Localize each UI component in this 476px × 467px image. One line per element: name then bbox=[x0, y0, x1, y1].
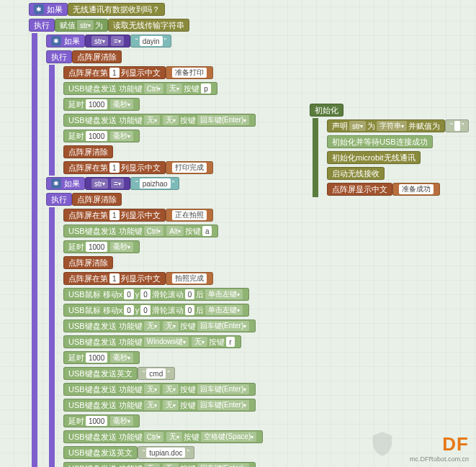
usb-key[interactable]: USB键盘发送 功能键Ctrl无按键空格键(Space) bbox=[63, 430, 263, 443]
init-script[interactable]: 初始化 声明 str 为 字符串 并赋值为 “” 初始化并等待USB连接成功 初… bbox=[310, 102, 469, 197]
exec-label: 执行 bbox=[46, 193, 72, 206]
led-clear[interactable]: 点阵屏清除 bbox=[72, 193, 122, 206]
led-show[interactable]: 点阵屏在第1列显示中文 bbox=[63, 272, 166, 285]
var-str[interactable]: str = bbox=[85, 177, 130, 190]
exec-label: 执行 bbox=[46, 50, 72, 63]
var-dd[interactable]: str bbox=[77, 20, 94, 30]
delay-block[interactable]: 延时1000毫秒 bbox=[63, 414, 140, 427]
led-clear[interactable]: 点阵屏清除 bbox=[63, 145, 113, 158]
delay-block[interactable]: 延时1000毫秒 bbox=[63, 351, 140, 364]
usb-key[interactable]: USB键盘发送 功能键 无 无 按键 回车键(Enter) bbox=[63, 114, 256, 127]
read-wireless[interactable]: 读取无线传输字符串 bbox=[108, 19, 189, 32]
usb-key[interactable]: USB键盘发送 功能键 Ctrl 无 按键 p bbox=[63, 82, 217, 95]
watermark-url: mc.DFRobot.com.cn bbox=[410, 455, 469, 463]
gear-icon: ✱ bbox=[51, 36, 61, 46]
init-usb[interactable]: 初始化并等待USB连接成功 bbox=[327, 135, 433, 148]
usb-mouse[interactable]: USB鼠标 移动x0 y0 滑轮滚动0 后单击左键 bbox=[63, 304, 249, 317]
empty-str[interactable]: “” bbox=[445, 119, 469, 132]
usb-key[interactable]: USB键盘发送 功能键无无按键回车键(Enter) bbox=[63, 462, 256, 467]
text-shootdone[interactable]: 拍照完成 bbox=[166, 272, 213, 285]
usb-type-en[interactable]: USB键盘发送英文 bbox=[63, 446, 138, 459]
shield-icon bbox=[368, 430, 397, 458]
usb-key[interactable]: USB键盘发送 功能键 Ctrl Alt 按键 a bbox=[63, 225, 218, 237]
if-dayin[interactable]: ✱ 如果 bbox=[46, 35, 85, 47]
var-str[interactable]: str = bbox=[85, 35, 130, 47]
cond-wireless[interactable]: 无线通讯有数据收到吗？ bbox=[68, 3, 165, 16]
gear-icon: ✱ bbox=[34, 4, 44, 14]
usb-key[interactable]: USB键盘发送 功能键Windows键无按键r bbox=[63, 335, 241, 348]
watermark: DF mc.DFRobot.com.cn bbox=[410, 433, 469, 463]
init-hat[interactable]: 初始化 bbox=[310, 104, 343, 117]
start-recv[interactable]: 启动无线接收 bbox=[327, 167, 385, 180]
delay-block[interactable]: 延时1000毫秒 bbox=[63, 98, 140, 111]
led-show[interactable]: 点阵屏在第1列显示中文 bbox=[63, 161, 166, 174]
usb-key[interactable]: USB键盘发送 功能键无无按键回车键(Enter) bbox=[63, 319, 256, 332]
led-show-cn[interactable]: 点阵屏显示中文 bbox=[327, 183, 392, 196]
str-tupian[interactable]: “tupian.doc” bbox=[138, 446, 195, 459]
usb-mouse[interactable]: USB鼠标 移动x0 y0 滑轮滚动0 后单击左键 bbox=[63, 288, 249, 301]
usb-key[interactable]: USB键盘发送 功能键无无按键回车键(Enter) bbox=[63, 399, 256, 412]
str-cmd[interactable]: “cmd” bbox=[138, 367, 175, 380]
usb-key[interactable]: USB键盘发送 功能键无无按键回车键(Enter) bbox=[63, 383, 256, 396]
exec-label: 执行 bbox=[29, 19, 55, 32]
main-script[interactable]: ✱ 如果 无线通讯有数据收到吗？ 执行 赋值 str 为 读取无线传输字符串 ✱… bbox=[29, 1, 263, 467]
led-clear[interactable]: 点阵屏清除 bbox=[72, 50, 122, 63]
if-outer[interactable]: ✱ 如果 bbox=[29, 3, 68, 16]
assign-block[interactable]: 赋值 str 为 bbox=[55, 19, 108, 32]
watermark-logo: DF bbox=[410, 433, 469, 455]
text-ready[interactable]: 准备成功 bbox=[392, 183, 440, 196]
declare[interactable]: 声明 str 为 字符串 并赋值为 bbox=[327, 119, 445, 132]
str-literal[interactable]: “ dayin ” bbox=[130, 35, 171, 47]
delay-block[interactable]: 延时1000毫秒 bbox=[63, 240, 140, 253]
text-shooting[interactable]: 正在拍照 bbox=[166, 209, 213, 222]
init-wireless[interactable]: 初始化microbit无线通讯 bbox=[327, 151, 421, 164]
led-show[interactable]: 点阵屏在第 1 列显示中文 bbox=[63, 66, 166, 79]
delay-block[interactable]: 延时1000毫秒 bbox=[63, 130, 140, 142]
if-paizhao[interactable]: ✱ 如果 bbox=[46, 177, 85, 190]
led-clear[interactable]: 点阵屏清除 bbox=[63, 256, 113, 269]
gear-icon: ✱ bbox=[51, 178, 61, 189]
if-label: 如果 bbox=[47, 4, 63, 15]
text-printdone[interactable]: 打印完成 bbox=[166, 161, 213, 174]
led-show[interactable]: 点阵屏在第1列显示中文 bbox=[63, 209, 166, 222]
str-literal[interactable]: “ paizhao ” bbox=[130, 177, 179, 190]
usb-type-en[interactable]: USB键盘发送英文 bbox=[63, 367, 138, 380]
text-prepare[interactable]: 准备打印 bbox=[166, 66, 213, 79]
